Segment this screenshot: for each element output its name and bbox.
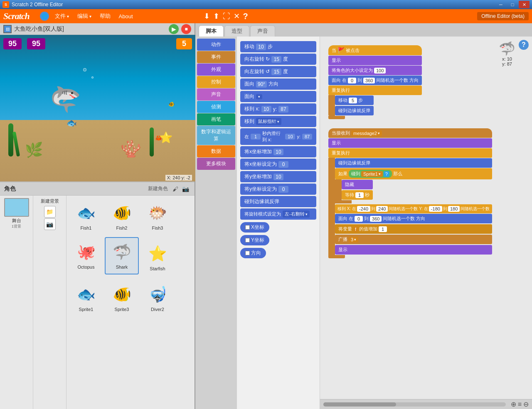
category-events[interactable]: 事件 <box>197 51 235 63</box>
sprite-sprite3[interactable]: 🐠 Sprite3 <box>105 279 139 317</box>
block-change-y[interactable]: 将y坐标增加 10 <box>240 171 316 182</box>
ry-max[interactable]: 180 <box>448 206 460 212</box>
ry-min[interactable]: -180 <box>429 206 442 212</box>
block-input-direction[interactable]: 90° <box>256 81 267 88</box>
maximize-button[interactable]: □ <box>507 1 518 8</box>
change-var-block[interactable]: 将变量 f 的值增加 1 <box>335 224 492 234</box>
if-block[interactable]: 如果 碰到 Sprite1 ? 那么 <box>335 168 492 179</box>
zoom-in-button[interactable]: ⊖ <box>523 400 529 408</box>
touching-condition[interactable]: 碰到 Sprite1 ? <box>349 170 392 178</box>
block-y-position[interactable]: Y坐标 <box>240 235 269 245</box>
block-input-set-y[interactable]: 0 <box>278 186 288 193</box>
point-random-block[interactable]: 面向 在 0 到 360 间随机选一个数 方向 <box>335 214 492 223</box>
category-control[interactable]: 控制 <box>197 76 235 88</box>
block-input-secs[interactable]: 1 <box>251 134 261 140</box>
block-input-turn-left[interactable]: 15 <box>271 69 281 75</box>
camera-bg-icon[interactable]: 📷 <box>44 218 56 230</box>
move-5-block[interactable]: 移动 5 步 <box>335 96 374 105</box>
point-direction-block[interactable]: 面向 在 0 到 360 间随机选一个数 方向 <box>328 76 422 85</box>
touching-dropdown[interactable]: Sprite1 <box>361 171 383 177</box>
sprite-octopus[interactable]: 🐙 Octopus <box>69 237 103 274</box>
hide-block[interactable]: 隐藏 <box>342 180 373 189</box>
block-turn-left[interactable]: 向左旋转 ↺ 15 度 <box>240 66 316 77</box>
x-position-checkbox[interactable] <box>245 225 250 230</box>
sprite-sprite1[interactable]: 🐟 Sprite1 <box>69 279 103 317</box>
sprite-fish3[interactable]: 🐡 Fish3 <box>140 198 175 235</box>
sprite-fish1[interactable]: 🐟 Fish1 <box>69 198 103 235</box>
block-input-change-y[interactable]: 10 <box>273 174 283 180</box>
block-dropdown-rotation[interactable]: 左-右翻转 <box>283 211 310 218</box>
repeat-block-2[interactable]: 重复执行 <box>328 148 492 158</box>
category-sensing[interactable]: 侦测 <box>197 101 235 113</box>
sprite-shark[interactable]: 🦈 Shark <box>105 237 139 274</box>
paint-sprite-icon[interactable]: 🖌 <box>170 184 180 194</box>
globe-icon[interactable]: 🌐 <box>40 12 49 21</box>
block-change-x[interactable]: 将x坐标增加 10 <box>240 146 316 157</box>
block-bounce[interactable]: 碰到边缘就反弹 <box>240 196 316 207</box>
help-button[interactable]: ? <box>519 40 529 50</box>
tab-scripts[interactable]: 脚本 <box>199 25 224 37</box>
category-motion[interactable]: 动作 <box>197 39 235 51</box>
zoom-reset-button[interactable]: ≡ <box>518 401 522 408</box>
block-dropdown-toward[interactable] <box>256 94 262 99</box>
block-input-steps[interactable]: 10 <box>256 44 266 50</box>
move-input-5[interactable]: 5 <box>349 98 357 103</box>
minimize-button[interactable]: ─ <box>495 1 506 8</box>
dir-max[interactable]: 360 <box>363 78 375 83</box>
show-block-2[interactable]: 显示 <box>328 138 492 148</box>
horizontal-scrollbar[interactable] <box>323 402 506 407</box>
message-dropdown[interactable]: messdage2 <box>351 130 382 136</box>
edit-menu[interactable]: 编辑 <box>73 11 96 22</box>
var-input[interactable]: 1 <box>379 226 387 232</box>
about-menu[interactable]: About <box>115 12 137 21</box>
set-size-block[interactable]: 将角色的大小设定为 100 <box>328 66 422 75</box>
broadcast-dropdown[interactable]: 3 <box>349 237 358 242</box>
go-to-random-block[interactable]: 移到 X: 在 -240 到 240 间随机选一个数 Y: 在 -180 到 1… <box>335 204 492 213</box>
when-flag-clicked-block[interactable]: 当 🚩 被点击 <box>328 45 422 55</box>
block-direction[interactable]: 方向 <box>240 248 266 258</box>
block-go-to-xy[interactable]: 移到 x: 10 y: 87 <box>240 103 316 115</box>
fullscreen-icon[interactable]: ⛶ <box>223 12 230 21</box>
block-input-glide-x[interactable]: 10 <box>285 134 295 140</box>
tab-sounds[interactable]: 声音 <box>250 25 275 37</box>
wait-block[interactable]: 等待 1 秒 <box>342 190 373 200</box>
file-sprite-icon[interactable]: 📁 <box>44 206 56 218</box>
rx-max[interactable]: 240 <box>376 206 388 212</box>
block-input-y[interactable]: 87 <box>278 106 288 113</box>
block-input-glide-y[interactable]: 87 <box>302 134 312 140</box>
show-block-1[interactable]: 显示 <box>328 56 422 65</box>
block-go-to[interactable]: 移到 鼠标指针 <box>240 116 316 127</box>
category-looks[interactable]: 外观 <box>197 64 235 76</box>
category-data[interactable]: 数据 <box>197 145 235 157</box>
wait-input[interactable]: 1 <box>355 192 364 198</box>
zoom-out-button[interactable]: ⊕ <box>511 400 516 408</box>
y-position-checkbox[interactable] <box>245 238 250 242</box>
category-more[interactable]: 更多模块 <box>197 158 235 170</box>
block-input-change-x[interactable]: 10 <box>273 149 283 155</box>
bounce-block-2[interactable]: 碰到边缘就反弹 <box>335 158 492 168</box>
turbo-icon[interactable]: ✕ <box>234 12 240 21</box>
bounce-block-1[interactable]: 碰到边缘就反弹 <box>335 106 374 115</box>
stop-button[interactable]: ■ <box>181 24 191 34</box>
tab-costumes[interactable]: 造型 <box>224 25 249 37</box>
pd-min[interactable]: 0 <box>355 216 363 222</box>
help-menu[interactable]: 帮助 <box>96 11 115 22</box>
project-title[interactable]: 大鱼吃小鱼[双人版] <box>14 25 166 33</box>
category-operators[interactable]: 数字和逻辑运算 <box>197 126 235 145</box>
file-menu[interactable]: 文件 <box>51 11 73 22</box>
help-icon[interactable]: ? <box>243 12 248 21</box>
var-name[interactable]: f <box>353 226 358 232</box>
broadcast-block[interactable]: 广播 3 <box>335 235 492 244</box>
dir-min[interactable]: 0 <box>348 78 356 83</box>
block-face-toward[interactable]: 面向 <box>240 91 316 102</box>
block-input-turn-right[interactable]: 15 <box>271 56 281 63</box>
pd-max[interactable]: 360 <box>370 216 382 222</box>
block-input-set-x[interactable]: 0 <box>278 161 288 168</box>
block-set-y[interactable]: 将y坐标设定为 0 <box>240 184 316 195</box>
when-receive-block[interactable]: 当接收到 messdage2 <box>328 128 492 138</box>
camera-sprite-icon[interactable]: 📷 <box>180 184 190 194</box>
block-x-position[interactable]: X坐标 <box>240 222 269 233</box>
upload-icon[interactable]: ⬆ <box>213 12 219 21</box>
size-input[interactable]: 100 <box>374 68 386 73</box>
block-set-x[interactable]: 将x坐标设定为 0 <box>240 159 316 170</box>
